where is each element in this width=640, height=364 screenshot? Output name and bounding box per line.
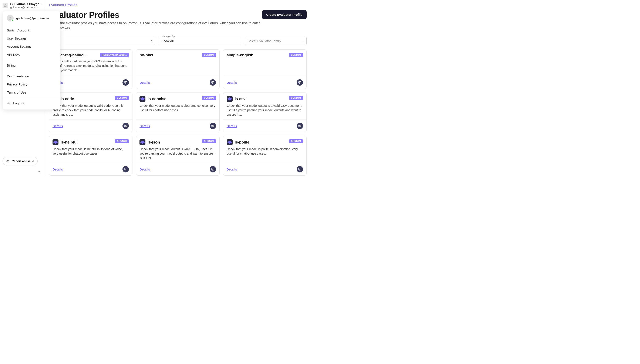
cube-icon (227, 139, 232, 145)
card-title: is-helpful (60, 140, 78, 144)
card-title: no-bias (140, 53, 153, 58)
card-title: is-json (148, 140, 160, 144)
chat-icon (211, 168, 214, 171)
user-menu: guillaume@patronus.ai Switch AccountUser… (3, 11, 60, 110)
chat-icon (211, 81, 214, 84)
evaluator-card: simple-englishCUSTOMDetails (223, 49, 306, 89)
user-menu-email: guillaume@patronus.ai (16, 16, 49, 20)
details-link[interactable]: Details (52, 168, 63, 171)
managed-by-select[interactable]: Show All (158, 37, 241, 45)
collapse-sidebar-button[interactable] (38, 170, 41, 173)
card-description: Check that your model output is a valid … (227, 104, 303, 117)
svg-point-1 (10, 17, 11, 18)
cube-icon (227, 96, 232, 102)
menu-item-user-settings[interactable]: User Settings (3, 34, 60, 42)
report-issue-label: Report an Issue (12, 160, 34, 163)
card-description: Check that your model output is valid co… (52, 104, 129, 117)
card-description: Detects hallucinations in your RAG syste… (52, 59, 129, 72)
evaluator-card: is-politeCUSTOMCheck that your model is … (223, 136, 306, 176)
chat-icon (298, 124, 302, 128)
org-name: Guillaume's Playgr... (10, 2, 41, 6)
cube-icon (52, 139, 58, 145)
details-link[interactable]: Details (140, 168, 150, 171)
svg-rect-0 (4, 5, 6, 6)
cube-icon (140, 96, 146, 102)
evaluator-card: detect-rag-halluci...RETRIEVAL HALLUC...… (49, 49, 132, 89)
account-switcher[interactable]: Guillaume's Playgr... guillaume@patronus… (0, 0, 45, 11)
close-icon (150, 39, 153, 42)
chevron-double-left-icon (38, 170, 41, 173)
menu-item-privacy-policy[interactable]: Privacy Policy (3, 80, 60, 88)
svg-rect-4 (298, 82, 301, 83)
card-description: Check that your model output is valid JS… (140, 147, 216, 160)
chat-button[interactable] (296, 123, 303, 129)
details-link[interactable]: Details (227, 168, 237, 171)
card-description: Check that your model is polite in conve… (227, 147, 303, 156)
evaluator-card: is-codeCUSTOMCheck that your model outpu… (49, 92, 132, 132)
chat-button[interactable] (210, 123, 216, 129)
menu-item-switch-account[interactable]: Switch Account (3, 26, 60, 34)
evaluator-card: is-conciseCUSTOMCheck that your model ou… (136, 92, 220, 132)
evaluator-card: is-helpfulCUSTOMCheck that your model is… (49, 136, 132, 176)
card-badge: CUSTOM (289, 96, 303, 100)
card-description: Check that your model is helpful in its … (52, 147, 129, 156)
page-subtitle: See all the evaluator profiles you have … (49, 20, 262, 31)
online-status-dot (11, 19, 14, 22)
chat-button[interactable] (210, 166, 216, 172)
chat-icon (298, 168, 302, 171)
chat-button[interactable] (122, 79, 129, 86)
chat-icon (124, 124, 127, 128)
card-title: is-code (60, 97, 74, 101)
evaluator-card: is-jsonCUSTOMCheck that your model outpu… (136, 136, 220, 176)
card-title: simple-english (227, 53, 254, 58)
card-description: Check that your model output is clear an… (140, 104, 216, 112)
card-badge: CUSTOM (115, 96, 129, 100)
svg-rect-3 (212, 82, 214, 83)
evaluator-family-select[interactable]: Select Evaluator Family (245, 37, 306, 45)
menu-item-log-out[interactable]: Log out (3, 99, 60, 107)
evaluator-card: no-biasCUSTOMDetails (136, 49, 220, 89)
create-evaluator-profile-button[interactable]: Create Evaluator Profile (262, 10, 306, 19)
search-input[interactable] (49, 37, 155, 45)
chat-icon (124, 81, 127, 84)
menu-item-terms-of-use[interactable]: Terms of Use (3, 88, 60, 96)
managed-by-label: Managed By (161, 35, 176, 38)
menu-item-documentation[interactable]: Documentation (3, 72, 60, 80)
card-badge: CUSTOM (202, 96, 216, 100)
clear-search-button[interactable] (150, 39, 153, 43)
chat-button[interactable] (296, 79, 303, 86)
org-email: guillaume@patronus.... (10, 6, 41, 9)
org-icon (2, 3, 8, 8)
card-badge: CUSTOM (202, 139, 216, 143)
details-link[interactable]: Details (52, 124, 63, 128)
cube-icon (140, 139, 146, 145)
chat-button[interactable] (296, 166, 303, 172)
menu-item-billing[interactable]: Billing (3, 62, 60, 70)
card-badge: CUSTOM (202, 53, 216, 57)
card-badge: CUSTOM (115, 139, 129, 143)
megaphone-icon (6, 159, 10, 163)
card-title: is-csv (235, 97, 246, 101)
svg-rect-2 (124, 82, 127, 83)
chat-icon (124, 168, 127, 171)
card-title: is-polite (235, 140, 250, 144)
chat-button[interactable] (122, 166, 129, 172)
details-link[interactable]: Details (140, 81, 150, 84)
card-title: is-concise (148, 97, 166, 101)
chat-button[interactable] (210, 79, 216, 86)
chat-icon (211, 124, 214, 128)
card-badge: CUSTOM (289, 139, 303, 143)
evaluator-card: is-csvCUSTOMCheck that your model output… (223, 92, 306, 132)
menu-item-api-keys[interactable]: API Keys (3, 50, 60, 59)
menu-item-account-settings[interactable]: Account Settings (3, 42, 60, 50)
details-link[interactable]: Details (227, 81, 237, 84)
logout-icon (7, 102, 11, 105)
card-badge: CUSTOM (289, 53, 303, 57)
report-issue-button[interactable]: Report an Issue (2, 157, 38, 166)
details-link[interactable]: Details (140, 124, 150, 128)
card-badge: RETRIEVAL HALLUC... (100, 53, 129, 57)
details-link[interactable]: Details (227, 124, 237, 128)
chat-icon (298, 81, 302, 84)
breadcrumb[interactable]: Evaluator Profiles (49, 3, 77, 7)
chat-button[interactable] (122, 123, 129, 129)
